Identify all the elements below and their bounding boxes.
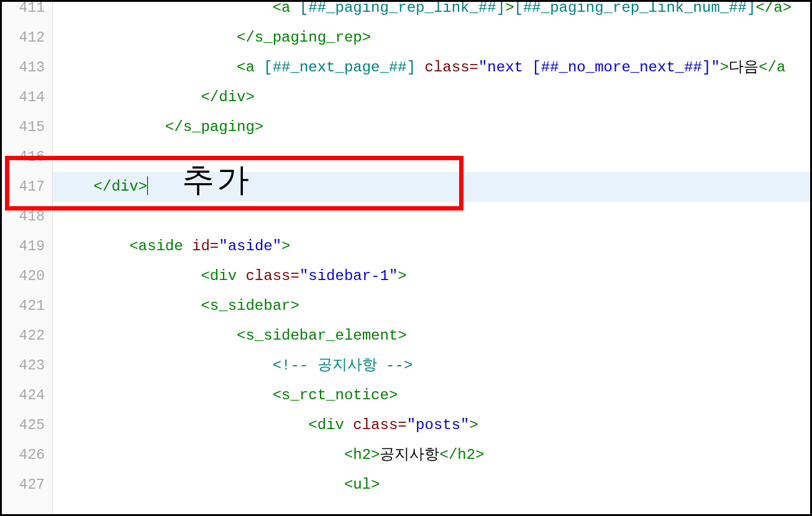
code-token: >	[398, 268, 406, 284]
code-token: "posts"	[407, 417, 470, 433]
line-number: 423	[2, 351, 52, 381]
code-token	[255, 59, 263, 76]
code-token: "sidebar-1"	[299, 268, 398, 284]
code-token: <a	[273, 2, 291, 16]
code-area[interactable]: <a [##_paging_rep_link_##]>[##_paging_re…	[53, 2, 810, 514]
code-token: <div	[201, 268, 237, 284]
code-line[interactable]: <div class="posts">	[53, 410, 810, 440]
code-token: <ul>	[344, 476, 380, 493]
code-line[interactable]	[53, 142, 810, 172]
code-token	[416, 59, 424, 76]
code-token: id=	[192, 238, 219, 255]
code-token: <h2>	[344, 446, 380, 463]
line-number: 424	[2, 381, 52, 410]
code-token	[344, 417, 353, 433]
code-token: class=	[353, 417, 406, 433]
code-token: 다음	[729, 59, 759, 76]
code-line[interactable]: </s_paging_rep>	[53, 23, 810, 53]
line-number: 420	[2, 261, 52, 291]
code-token: >	[470, 417, 478, 433]
code-line[interactable]: <s_sidebar_element>	[53, 321, 810, 351]
code-token: <s_rct_notice>	[273, 387, 398, 404]
code-token: </s_paging_rep>	[237, 29, 371, 46]
line-number: 419	[2, 232, 52, 261]
code-line[interactable]: <h2>공지사항</h2>	[53, 440, 810, 470]
line-number: 411	[2, 2, 52, 23]
line-gutter: 4114124134144154164174184194204214224234…	[2, 2, 53, 514]
code-token: <a	[237, 59, 255, 76]
code-token: </a>	[755, 2, 791, 16]
code-token: </div>	[201, 89, 254, 106]
code-token: 공지사항	[380, 446, 439, 463]
code-line[interactable]: <ul>	[53, 470, 810, 500]
code-token: [##_next_page_##]	[263, 59, 416, 76]
code-token: class=	[245, 268, 299, 284]
code-token: </h2>	[439, 446, 484, 463]
line-number: 427	[2, 470, 52, 500]
code-token	[183, 238, 192, 255]
text-cursor	[147, 176, 148, 195]
code-line[interactable]: <s_sidebar>	[53, 291, 810, 321]
code-line[interactable]: <div class="sidebar-1">	[53, 261, 810, 291]
code-token	[290, 2, 299, 16]
line-number: 415	[2, 112, 52, 142]
code-token: <aside	[129, 238, 183, 255]
code-token: <s_sidebar_element>	[237, 327, 407, 344]
code-token	[237, 268, 245, 284]
line-number: 413	[2, 53, 52, 83]
code-line[interactable]: </s_paging>	[53, 112, 810, 142]
code-line[interactable]: </div>	[53, 172, 810, 202]
line-number: 417	[2, 172, 52, 202]
code-line[interactable]: <s_rct_notice>	[53, 381, 810, 410]
code-line[interactable]	[53, 202, 810, 232]
code-token: >	[505, 2, 514, 16]
code-line[interactable]: <aside id="aside">	[53, 232, 810, 261]
code-token: </s_paging>	[165, 119, 263, 135]
line-number: 418	[2, 202, 52, 232]
code-line[interactable]: </div>	[53, 83, 810, 112]
code-editor[interactable]: 4114124134144154164174184194204214224234…	[2, 2, 810, 514]
code-token: class=	[425, 59, 478, 76]
code-token: "aside"	[219, 238, 281, 255]
code-token: "next [##_no_more_next_##]"	[478, 59, 720, 76]
code-token: <!-- 공지사항 -->	[273, 357, 413, 374]
code-token: <s_sidebar>	[201, 297, 299, 314]
code-token: [##_paging_rep_link_##]	[299, 2, 505, 16]
line-number: 412	[2, 23, 52, 53]
code-token: <div	[308, 417, 344, 433]
code-line[interactable]: <a [##_next_page_##] class="next [##_no_…	[53, 53, 810, 83]
line-number: 422	[2, 321, 52, 351]
line-number: 426	[2, 440, 52, 470]
code-token: </a	[759, 59, 785, 76]
code-token: >	[720, 59, 729, 76]
code-line[interactable]: <!-- 공지사항 -->	[53, 351, 810, 381]
line-number: 421	[2, 291, 52, 321]
line-number: 425	[2, 410, 52, 440]
line-number: 416	[2, 142, 52, 172]
line-number: 414	[2, 83, 52, 112]
code-token: </div>	[94, 178, 147, 195]
code-token: [##_paging_rep_link_num_##]	[514, 2, 756, 16]
code-token: >	[281, 238, 290, 255]
code-line[interactable]: <a [##_paging_rep_link_##]>[##_paging_re…	[53, 2, 810, 23]
